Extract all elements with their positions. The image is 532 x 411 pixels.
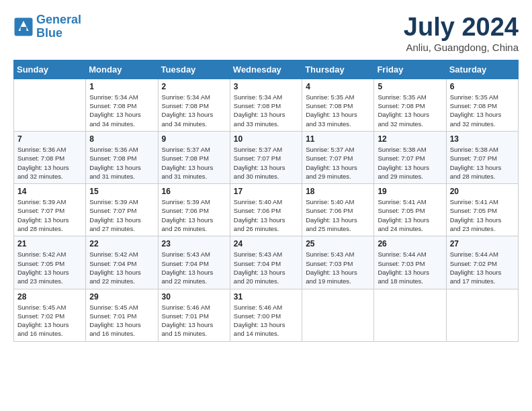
day-info: Sunrise: 5:44 AM Sunset: 7:03 PM Dayligh… (378, 250, 442, 285)
calendar-cell: 31Sunrise: 5:46 AM Sunset: 7:00 PM Dayli… (230, 289, 302, 341)
day-info: Sunrise: 5:41 AM Sunset: 7:05 PM Dayligh… (450, 197, 515, 233)
day-number: 30 (162, 292, 226, 302)
calendar-cell: 3Sunrise: 5:34 AM Sunset: 7:08 PM Daylig… (230, 79, 302, 131)
day-info: Sunrise: 5:38 AM Sunset: 7:07 PM Dayligh… (378, 145, 442, 181)
calendar-cell: 11Sunrise: 5:37 AM Sunset: 7:07 PM Dayli… (302, 131, 374, 183)
day-info: Sunrise: 5:38 AM Sunset: 7:07 PM Dayligh… (450, 145, 515, 181)
calendar-header-row: SundayMondayTuesdayWednesdayThursdayFrid… (14, 60, 519, 79)
logo-line2: Blue (36, 26, 62, 40)
svg-rect-2 (21, 27, 27, 31)
day-number: 20 (450, 187, 515, 196)
day-number: 10 (234, 134, 298, 144)
day-info: Sunrise: 5:35 AM Sunset: 7:08 PM Dayligh… (450, 93, 515, 128)
day-number: 26 (378, 239, 442, 248)
calendar-cell (14, 79, 86, 131)
day-info: Sunrise: 5:34 AM Sunset: 7:08 PM Dayligh… (234, 93, 298, 128)
calendar-cell: 10Sunrise: 5:37 AM Sunset: 7:07 PM Dayli… (230, 131, 302, 183)
weekday-header: Thursday (302, 60, 374, 79)
day-info: Sunrise: 5:43 AM Sunset: 7:04 PM Dayligh… (234, 250, 298, 285)
calendar-cell: 28Sunrise: 5:45 AM Sunset: 7:02 PM Dayli… (14, 289, 86, 341)
calendar-cell: 9Sunrise: 5:37 AM Sunset: 7:08 PM Daylig… (158, 131, 230, 183)
day-info: Sunrise: 5:39 AM Sunset: 7:06 PM Dayligh… (162, 197, 226, 233)
day-info: Sunrise: 5:37 AM Sunset: 7:07 PM Dayligh… (234, 145, 298, 181)
day-number: 7 (17, 134, 82, 144)
day-number: 31 (234, 292, 298, 302)
day-info: Sunrise: 5:35 AM Sunset: 7:08 PM Dayligh… (306, 93, 370, 128)
calendar-cell: 18Sunrise: 5:40 AM Sunset: 7:06 PM Dayli… (302, 184, 374, 236)
calendar-cell (302, 289, 374, 341)
day-info: Sunrise: 5:40 AM Sunset: 7:06 PM Dayligh… (234, 197, 298, 233)
day-info: Sunrise: 5:43 AM Sunset: 7:04 PM Dayligh… (162, 250, 226, 285)
day-number: 19 (378, 187, 442, 196)
weekday-header: Monday (86, 60, 158, 79)
calendar-week-row: 1Sunrise: 5:34 AM Sunset: 7:08 PM Daylig… (14, 79, 519, 131)
calendar-cell: 13Sunrise: 5:38 AM Sunset: 7:07 PM Dayli… (446, 131, 518, 183)
day-number: 1 (89, 82, 154, 91)
calendar-cell (446, 289, 518, 341)
calendar-week-row: 28Sunrise: 5:45 AM Sunset: 7:02 PM Dayli… (14, 289, 519, 341)
day-number: 14 (17, 187, 82, 196)
day-info: Sunrise: 5:45 AM Sunset: 7:01 PM Dayligh… (89, 303, 154, 338)
calendar-week-row: 7Sunrise: 5:36 AM Sunset: 7:08 PM Daylig… (14, 131, 519, 183)
day-number: 18 (306, 187, 370, 196)
weekday-header: Saturday (446, 60, 518, 79)
day-number: 6 (450, 82, 515, 91)
calendar-cell: 30Sunrise: 5:46 AM Sunset: 7:01 PM Dayli… (158, 289, 230, 341)
day-info: Sunrise: 5:39 AM Sunset: 7:07 PM Dayligh… (17, 197, 82, 233)
day-number: 5 (378, 82, 442, 91)
calendar-cell: 12Sunrise: 5:38 AM Sunset: 7:07 PM Dayli… (374, 131, 446, 183)
day-number: 15 (89, 187, 154, 196)
calendar-cell: 1Sunrise: 5:34 AM Sunset: 7:08 PM Daylig… (86, 79, 158, 131)
day-number: 17 (234, 187, 298, 196)
day-number: 2 (162, 82, 226, 91)
day-info: Sunrise: 5:45 AM Sunset: 7:02 PM Dayligh… (17, 303, 82, 338)
calendar-cell: 17Sunrise: 5:40 AM Sunset: 7:06 PM Dayli… (230, 184, 302, 236)
day-info: Sunrise: 5:44 AM Sunset: 7:02 PM Dayligh… (450, 250, 515, 285)
day-info: Sunrise: 5:41 AM Sunset: 7:05 PM Dayligh… (378, 197, 442, 233)
calendar-cell (374, 289, 446, 341)
calendar-cell: 5Sunrise: 5:35 AM Sunset: 7:08 PM Daylig… (374, 79, 446, 131)
page-header: General Blue July 2024 Anliu, Guangdong,… (13, 13, 519, 53)
day-number: 25 (306, 239, 370, 248)
day-number: 12 (378, 134, 442, 144)
calendar-cell: 4Sunrise: 5:35 AM Sunset: 7:08 PM Daylig… (302, 79, 374, 131)
day-info: Sunrise: 5:36 AM Sunset: 7:08 PM Dayligh… (17, 145, 82, 181)
month-title: July 2024 (404, 13, 519, 42)
day-number: 3 (234, 82, 298, 91)
day-info: Sunrise: 5:37 AM Sunset: 7:07 PM Dayligh… (306, 145, 370, 181)
title-block: July 2024 Anliu, Guangdong, China (404, 13, 519, 53)
day-number: 24 (234, 239, 298, 248)
logo-line1: General (36, 13, 81, 26)
day-number: 8 (89, 134, 154, 144)
day-info: Sunrise: 5:40 AM Sunset: 7:06 PM Dayligh… (306, 197, 370, 233)
calendar-cell: 6Sunrise: 5:35 AM Sunset: 7:08 PM Daylig… (446, 79, 518, 131)
calendar-table: SundayMondayTuesdayWednesdayThursdayFrid… (13, 60, 519, 342)
weekday-header: Tuesday (158, 60, 230, 79)
calendar-cell: 7Sunrise: 5:36 AM Sunset: 7:08 PM Daylig… (14, 131, 86, 183)
day-info: Sunrise: 5:36 AM Sunset: 7:08 PM Dayligh… (89, 145, 154, 181)
calendar-week-row: 21Sunrise: 5:42 AM Sunset: 7:05 PM Dayli… (14, 236, 519, 289)
day-number: 28 (17, 292, 82, 302)
weekday-header: Friday (374, 60, 446, 79)
calendar-cell: 20Sunrise: 5:41 AM Sunset: 7:05 PM Dayli… (446, 184, 518, 236)
calendar-cell: 16Sunrise: 5:39 AM Sunset: 7:06 PM Dayli… (158, 184, 230, 236)
logo-text: General Blue (36, 13, 81, 40)
calendar-cell: 19Sunrise: 5:41 AM Sunset: 7:05 PM Dayli… (374, 184, 446, 236)
calendar-cell: 24Sunrise: 5:43 AM Sunset: 7:04 PM Dayli… (230, 236, 302, 289)
day-number: 16 (162, 187, 226, 196)
day-number: 13 (450, 134, 515, 144)
day-number: 4 (306, 82, 370, 91)
day-number: 9 (162, 134, 226, 144)
day-info: Sunrise: 5:35 AM Sunset: 7:08 PM Dayligh… (378, 93, 442, 128)
day-number: 29 (89, 292, 154, 302)
calendar-week-row: 14Sunrise: 5:39 AM Sunset: 7:07 PM Dayli… (14, 184, 519, 236)
day-info: Sunrise: 5:42 AM Sunset: 7:05 PM Dayligh… (17, 250, 82, 285)
logo: General Blue (13, 13, 81, 40)
day-info: Sunrise: 5:34 AM Sunset: 7:08 PM Dayligh… (89, 93, 154, 128)
day-number: 11 (306, 134, 370, 144)
day-info: Sunrise: 5:39 AM Sunset: 7:07 PM Dayligh… (89, 197, 154, 233)
weekday-header: Sunday (14, 60, 86, 79)
day-number: 27 (450, 239, 515, 248)
day-info: Sunrise: 5:46 AM Sunset: 7:01 PM Dayligh… (162, 303, 226, 338)
day-info: Sunrise: 5:43 AM Sunset: 7:03 PM Dayligh… (306, 250, 370, 285)
